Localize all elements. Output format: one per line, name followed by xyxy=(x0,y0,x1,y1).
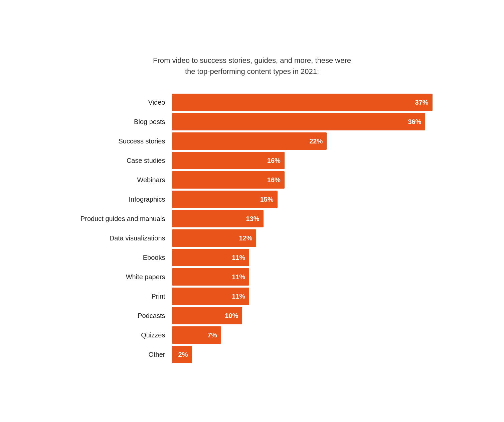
bar-wrapper: 2% xyxy=(172,346,433,363)
bar-label: Video xyxy=(72,99,172,106)
chart-area: Video37%Blog posts36%Success stories22%C… xyxy=(72,94,433,365)
bar-label: Quizzes xyxy=(72,331,172,339)
bar-label: Ebooks xyxy=(72,254,172,261)
bar-value: 37% xyxy=(415,99,428,106)
bar: 16% xyxy=(172,171,285,189)
bar-row: Podcasts10% xyxy=(72,307,433,324)
bar-label: Product guides and manuals xyxy=(72,215,172,223)
bar: 11% xyxy=(172,249,249,266)
bar-row: Video37% xyxy=(72,94,433,111)
bar: 7% xyxy=(172,326,221,344)
bar-row: Blog posts36% xyxy=(72,113,433,130)
bar-label: Case studies xyxy=(72,157,172,165)
bar: 11% xyxy=(172,288,249,305)
bar: 15% xyxy=(172,191,278,208)
bar-wrapper: 16% xyxy=(172,152,433,169)
bar-label: Blog posts xyxy=(72,118,172,126)
bar-wrapper: 11% xyxy=(172,249,433,266)
bar-value: 36% xyxy=(408,118,421,126)
bar-label: Infographics xyxy=(72,196,172,203)
bar-row: Success stories22% xyxy=(72,132,433,150)
bar-wrapper: 13% xyxy=(172,210,433,227)
bar-wrapper: 15% xyxy=(172,191,433,208)
bar: 22% xyxy=(172,132,327,150)
bar-wrapper: 16% xyxy=(172,171,433,189)
bar-value: 16% xyxy=(267,157,281,165)
bar-row: Ebooks11% xyxy=(72,249,433,266)
bar-value: 2% xyxy=(178,351,188,358)
bar-wrapper: 22% xyxy=(172,132,433,150)
bar-wrapper: 37% xyxy=(172,94,433,111)
bar: 11% xyxy=(172,268,249,286)
bar-value: 11% xyxy=(232,254,245,261)
bar-row: White papers11% xyxy=(72,268,433,286)
bar-label: Podcasts xyxy=(72,312,172,320)
bar-wrapper: 11% xyxy=(172,288,433,305)
bar-wrapper: 11% xyxy=(172,268,433,286)
bar-row: Product guides and manuals13% xyxy=(72,210,433,227)
bar-value: 11% xyxy=(232,273,245,281)
bar: 2% xyxy=(172,346,192,363)
bar-value: 13% xyxy=(246,215,260,223)
chart-subtitle: From video to success stories, guides, a… xyxy=(72,55,433,77)
bar-wrapper: 36% xyxy=(172,113,433,130)
chart-container: From video to success stories, guides, a… xyxy=(52,37,453,385)
bar-row: Print11% xyxy=(72,288,433,305)
bar-value: 15% xyxy=(260,196,274,203)
bar: 37% xyxy=(172,94,433,111)
bar-value: 7% xyxy=(207,331,217,339)
bar-label: Success stories xyxy=(72,137,172,145)
bar-wrapper: 7% xyxy=(172,326,433,344)
bar: 36% xyxy=(172,113,426,130)
bar-row: Quizzes7% xyxy=(72,326,433,344)
bar-value: 16% xyxy=(267,176,281,184)
bar-row: Other2% xyxy=(72,346,433,363)
bar-value: 22% xyxy=(309,137,323,145)
bar-row: Webinars16% xyxy=(72,171,433,189)
bar-label: Data visualizations xyxy=(72,234,172,242)
bar: 12% xyxy=(172,229,257,247)
bar: 16% xyxy=(172,152,285,169)
bar-row: Data visualizations12% xyxy=(72,229,433,247)
bar-row: Infographics15% xyxy=(72,191,433,208)
bar-label: Print xyxy=(72,293,172,300)
bar: 13% xyxy=(172,210,264,227)
bar-wrapper: 10% xyxy=(172,307,433,324)
bar-row: Case studies16% xyxy=(72,152,433,169)
bar-label: Webinars xyxy=(72,176,172,184)
bar-label: White papers xyxy=(72,273,172,281)
bar-wrapper: 12% xyxy=(172,229,433,247)
bar-value: 11% xyxy=(232,293,245,300)
bar-value: 10% xyxy=(225,312,238,320)
bar: 10% xyxy=(172,307,242,324)
bar-label: Other xyxy=(72,351,172,358)
bar-value: 12% xyxy=(239,234,252,242)
